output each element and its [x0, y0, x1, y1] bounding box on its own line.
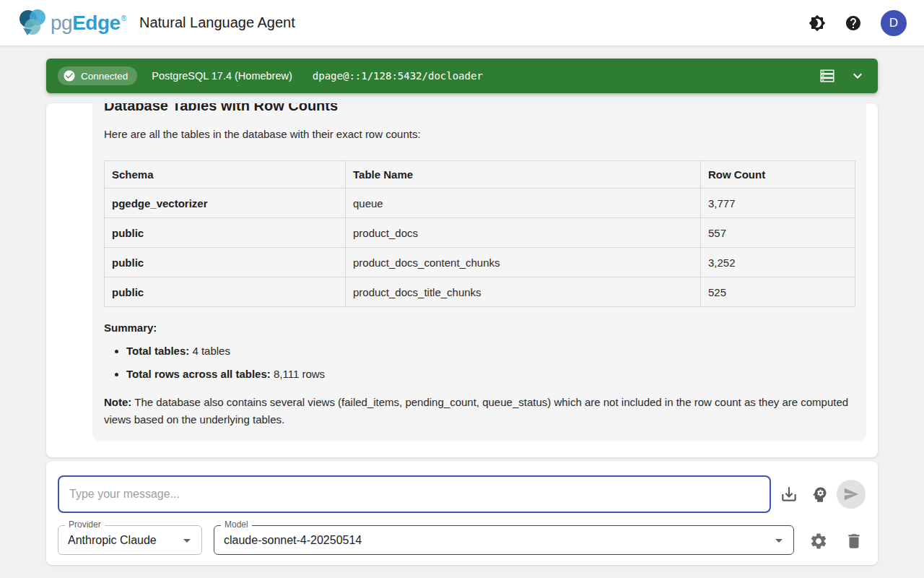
- cell-row-count: 3,777: [701, 189, 855, 218]
- note-text: The database also contains several views…: [104, 396, 848, 426]
- connection-bar-actions: [819, 67, 866, 85]
- row-count-table: Schema Table Name Row Count pgedge_vecto…: [104, 160, 855, 307]
- table-row: public product_docs_title_chunks 525: [105, 277, 855, 307]
- summary-heading: Summary:: [104, 322, 855, 334]
- trash-icon: [845, 532, 863, 551]
- cell-row-count: 557: [701, 218, 855, 248]
- pgedge-logo-mark: [17, 8, 49, 38]
- pgedge-logo-text: pgEdge®: [51, 12, 126, 35]
- cell-table-name: queue: [346, 189, 701, 218]
- server-list-icon: [819, 67, 836, 85]
- message-heading: Database Tables with Row Counts: [104, 103, 855, 115]
- assistant-message: Database Tables with Row Counts Here are…: [92, 103, 866, 441]
- header-actions: D: [808, 10, 907, 36]
- list-item: Total rows across all tables: 8,111 rows: [126, 366, 855, 381]
- settings-button[interactable]: [808, 531, 828, 551]
- model-select-label: Model: [221, 519, 252, 530]
- server-version-label: PostgreSQL 17.4 (Homebrew): [152, 70, 292, 82]
- download-icon: [780, 485, 798, 504]
- thinking-mode-button[interactable]: [808, 483, 830, 505]
- message-intro: Here are all the tables in the database …: [104, 126, 855, 142]
- user-avatar[interactable]: D: [881, 10, 907, 36]
- provider-select-label: Provider: [65, 519, 105, 530]
- gear-icon: [809, 532, 828, 551]
- model-select[interactable]: Model claude-sonnet-4-20250514: [214, 525, 794, 555]
- check-circle-icon: [63, 69, 76, 82]
- help-button[interactable]: [845, 14, 862, 32]
- cell-table-name: product_docs_content_chunks: [346, 248, 701, 277]
- table-row: public product_docs 557: [105, 218, 855, 248]
- pgedge-logo: pgEdge®: [17, 8, 126, 38]
- cell-row-count: 3,252: [701, 248, 855, 277]
- composer-panel: Provider Anthropic Claude Model claude-s…: [46, 461, 878, 565]
- bullet-value: 4 tables: [189, 345, 230, 357]
- table-header-row: Schema Table Name Row Count: [105, 161, 855, 189]
- connection-list-button[interactable]: [819, 67, 836, 85]
- column-header-schema: Schema: [105, 161, 346, 189]
- provider-select-value: Anthropic Claude: [68, 534, 178, 547]
- send-button[interactable]: [837, 480, 866, 509]
- logo-edge: Edge: [72, 12, 120, 35]
- clear-chat-button[interactable]: [844, 531, 863, 551]
- connection-status-bar: Connected PostgreSQL 17.4 (Homebrew) dpa…: [46, 59, 878, 93]
- connection-collapse-button[interactable]: [849, 67, 866, 85]
- connection-status-label: Connected: [81, 71, 128, 82]
- cell-table-name: product_docs: [346, 218, 701, 248]
- dropdown-arrow-icon: [178, 532, 196, 549]
- logo-registered-mark: ®: [121, 14, 126, 22]
- chevron-down-icon: [849, 67, 866, 85]
- summary-list: Total tables: 4 tables Total rows across…: [104, 343, 855, 381]
- cell-schema: pgedge_vectorizer: [105, 189, 346, 218]
- message-note: Note: The database also contains several…: [104, 394, 855, 428]
- psychology-icon: [810, 485, 829, 504]
- cell-table-name: product_docs_title_chunks: [346, 277, 701, 307]
- table-row: pgedge_vectorizer queue 3,777: [105, 189, 855, 218]
- app-header: pgEdge® Natural Language Agent D: [0, 0, 924, 46]
- page-title: Natural Language Agent: [139, 14, 295, 31]
- message-input[interactable]: [58, 475, 771, 513]
- send-icon: [843, 486, 859, 502]
- column-header-table-name: Table Name: [346, 161, 701, 189]
- column-header-row-count: Row Count: [701, 161, 855, 189]
- provider-select[interactable]: Provider Anthropic Claude: [58, 525, 202, 555]
- chat-transcript[interactable]: Database Tables with Row Counts Here are…: [46, 103, 878, 457]
- dropdown-arrow-icon: [770, 532, 788, 549]
- bullet-label: Total rows across all tables:: [126, 368, 271, 380]
- bullet-label: Total tables:: [126, 345, 189, 357]
- cell-row-count: 525: [701, 277, 855, 307]
- list-item: Total tables: 4 tables: [126, 343, 855, 358]
- help-icon: [845, 14, 862, 32]
- theme-toggle-button[interactable]: [808, 14, 826, 32]
- model-select-value: claude-sonnet-4-20250514: [224, 534, 770, 547]
- connection-string: dpage@::1/128:5432/docloader: [313, 70, 483, 82]
- connection-status-badge: Connected: [58, 66, 137, 85]
- brightness-icon: [808, 14, 826, 32]
- cell-schema: public: [105, 218, 346, 248]
- logo-pg: pg: [51, 12, 72, 35]
- cell-schema: public: [105, 277, 346, 307]
- bullet-value: 8,111 rows: [271, 368, 325, 380]
- table-row: public product_docs_content_chunks 3,252: [105, 248, 855, 277]
- cell-schema: public: [105, 248, 346, 277]
- note-label: Note:: [104, 396, 131, 408]
- download-chat-button[interactable]: [778, 483, 800, 505]
